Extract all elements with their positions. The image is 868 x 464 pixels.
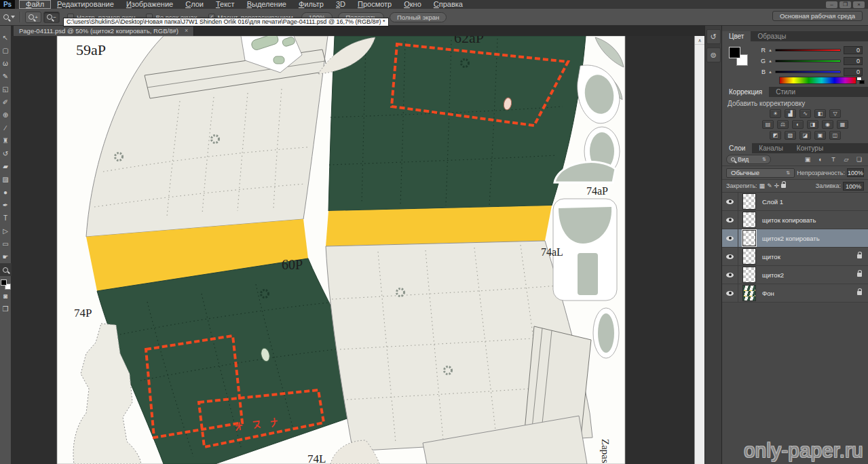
filter-shape-layers-icon[interactable]: ▱ xyxy=(842,156,851,163)
menu-file[interactable]: Файл xyxy=(19,0,51,9)
tool-preset-caret-icon[interactable] xyxy=(11,16,15,18)
menu-3d[interactable]: 3D xyxy=(330,0,352,9)
visibility-eye-icon[interactable] xyxy=(726,236,734,241)
layer-thumbnail[interactable] xyxy=(742,230,756,246)
tab-close-icon[interactable]: × xyxy=(185,26,188,36)
filter-type-layers-icon[interactable]: T xyxy=(829,156,838,163)
layer-row[interactable]: щиток xyxy=(722,248,868,266)
layer-thumbnail[interactable] xyxy=(742,267,756,283)
hue-saturation-icon[interactable]: ▤ xyxy=(762,120,774,129)
move-tool[interactable]: ↖ xyxy=(0,31,12,44)
canvas-pasteboard[interactable]: 59aP 62aP 60P 74aP 74aL 74P 74L Zapas xyxy=(12,36,694,464)
invert-icon[interactable]: ◩ xyxy=(770,131,781,140)
color-balance-icon[interactable]: ⚖ xyxy=(777,120,789,129)
visibility-eye-icon[interactable] xyxy=(726,254,734,259)
slider-thumb-icon[interactable]: ▲ xyxy=(768,48,772,52)
path-selection-tool[interactable]: ▷ xyxy=(0,225,12,237)
lock-position-icon[interactable]: ✛ xyxy=(774,182,780,189)
tab-adjustments[interactable]: Коррекция xyxy=(722,87,769,97)
brush-tool[interactable]: ∕ xyxy=(0,121,12,134)
slider-thumb-icon[interactable]: ▲ xyxy=(768,59,772,63)
green-value-field[interactable]: 0 xyxy=(844,57,863,65)
healing-brush-tool[interactable]: ⊕ xyxy=(0,109,12,121)
menu-layers[interactable]: Слои xyxy=(179,0,210,9)
red-slider[interactable] xyxy=(775,49,841,52)
hand-tool[interactable]: ☛ xyxy=(0,250,12,263)
vibrance-icon[interactable]: ▽ xyxy=(829,109,841,118)
color-spectrum-ramp[interactable] xyxy=(779,77,856,84)
blue-value-field[interactable]: 0 xyxy=(844,68,863,76)
foreground-color-swatch[interactable] xyxy=(729,47,740,58)
menu-filter[interactable]: Фильтр xyxy=(293,0,330,9)
canvas-artwork[interactable]: 59aP 62aP 60P 74aP 74aL 74P 74L Zapas xyxy=(12,36,694,464)
quick-selection-tool[interactable]: ✎ xyxy=(0,70,12,83)
layer-row-background[interactable]: Фон xyxy=(722,284,868,303)
visibility-eye-icon[interactable] xyxy=(726,291,734,296)
layer-thumbnail[interactable] xyxy=(742,212,756,228)
zoom-tool[interactable] xyxy=(0,263,12,276)
layer-thumbnail[interactable] xyxy=(742,285,756,301)
fill-field[interactable]: 100% xyxy=(843,182,864,191)
layer-row[interactable]: щиток копировать xyxy=(722,211,868,229)
crop-tool[interactable]: ◱ xyxy=(0,83,12,96)
type-tool[interactable]: T xyxy=(0,212,12,225)
workspace-selector[interactable]: Основная рабочая среда xyxy=(772,11,863,21)
green-slider[interactable] xyxy=(775,60,841,62)
layer-thumbnail[interactable] xyxy=(742,193,756,210)
filter-pixel-layers-icon[interactable]: ▣ xyxy=(803,156,812,163)
layer-row[interactable]: Слой 1 xyxy=(722,193,868,211)
photo-filter-icon[interactable]: ◨ xyxy=(807,120,818,129)
menu-select[interactable]: Выделение xyxy=(241,0,293,9)
lock-transparency-icon[interactable]: ▦ xyxy=(759,182,766,189)
layer-thumbnail[interactable] xyxy=(742,248,756,265)
tab-swatches[interactable]: Образцы xyxy=(751,31,793,41)
eyedropper-tool[interactable]: ✐ xyxy=(0,96,12,109)
close-button[interactable]: × xyxy=(853,1,865,8)
shape-tool[interactable]: ▭ xyxy=(0,237,12,250)
menu-edit[interactable]: Редактирование xyxy=(51,0,120,9)
tab-layers[interactable]: Слои xyxy=(722,143,752,153)
filter-adjustment-layers-icon[interactable]: ◐ xyxy=(816,156,825,163)
pen-tool[interactable]: ✒ xyxy=(0,199,12,212)
eraser-tool[interactable]: ▰ xyxy=(0,160,12,173)
menu-window[interactable]: Окно xyxy=(398,0,428,9)
visibility-eye-icon[interactable] xyxy=(726,218,734,223)
tab-color[interactable]: Цвет xyxy=(722,31,751,41)
menu-image[interactable]: Изображение xyxy=(120,0,179,9)
info-panel-icon[interactable]: ⊜ xyxy=(706,47,721,62)
marquee-tool[interactable]: ▢ xyxy=(0,44,12,57)
black-swatch[interactable] xyxy=(859,80,865,84)
lock-paint-icon[interactable]: ✎ xyxy=(767,182,772,189)
filter-smart-objects-icon[interactable]: ❏ xyxy=(854,156,864,163)
scroll-up-icon[interactable]: ∧ xyxy=(695,36,704,45)
quick-mask-button[interactable]: ◙ xyxy=(0,290,12,303)
red-value-field[interactable]: 0 xyxy=(844,46,863,54)
layer-row-selected[interactable]: щиток2 копировать xyxy=(722,229,868,248)
fill-screen-button[interactable]: Полный экран xyxy=(390,12,447,22)
filter-kind-select[interactable]: Вид ⇅ xyxy=(726,155,771,164)
lasso-tool[interactable]: ω xyxy=(0,57,12,70)
exposure-icon[interactable]: ◧ xyxy=(814,109,826,118)
foreground-color-swatch[interactable] xyxy=(1,279,7,286)
menu-help[interactable]: Справка xyxy=(428,0,469,9)
menu-type[interactable]: Текст xyxy=(210,0,241,9)
channel-mixer-icon[interactable]: ◉ xyxy=(822,120,833,129)
black-white-icon[interactable]: ◐ xyxy=(792,120,804,129)
curves-icon[interactable]: ∿ xyxy=(799,109,811,118)
vertical-scrollbar[interactable]: ∧ xyxy=(694,36,704,464)
gradient-map-icon[interactable]: ◫ xyxy=(829,131,841,140)
levels-icon[interactable]: ▟ xyxy=(785,109,796,118)
blend-mode-select[interactable]: Обычные ⇅ xyxy=(726,168,795,178)
screen-mode-button[interactable]: ❐ xyxy=(0,303,12,315)
lock-all-icon[interactable] xyxy=(781,184,786,188)
opacity-field[interactable]: 100% xyxy=(847,168,864,177)
visibility-eye-icon[interactable] xyxy=(726,199,734,204)
color-lookup-icon[interactable]: ▦ xyxy=(837,120,848,129)
history-brush-tool[interactable]: ↺ xyxy=(0,147,12,160)
brightness-contrast-icon[interactable]: ☀ xyxy=(770,109,781,118)
blur-tool[interactable]: ● xyxy=(0,186,12,199)
minimize-button[interactable]: – xyxy=(826,1,837,8)
history-panel-icon[interactable]: ↺ xyxy=(706,29,721,44)
blue-slider[interactable] xyxy=(775,71,841,73)
layer-row[interactable]: щиток2 xyxy=(722,266,868,284)
